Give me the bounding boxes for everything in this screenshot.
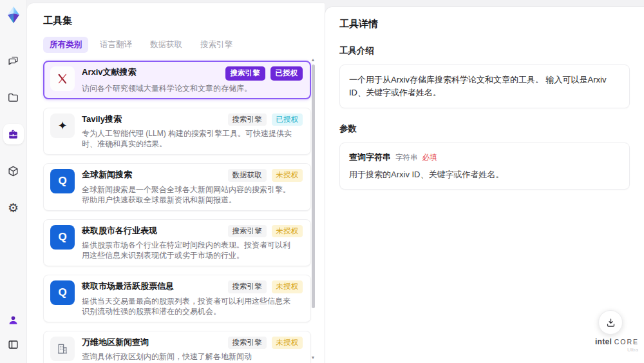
tool-status-badge: 已授权 [270,66,303,81]
tool-description: 提供股票市场各个行业在特定时间段内的表现。投资者可以利用这些信息来识别表现优于或… [82,240,297,260]
tool-status-badge: 未授权 [272,225,303,238]
download-button[interactable] [598,310,623,335]
tool-category-badge: 搜索引擎 [228,280,267,293]
news-logo-icon: Q [50,225,75,250]
building-icon [50,337,75,361]
tool-description: 提供当天交易量最高的股票列表，投资者可以利用这些信息来识别流动性强的股票和潜在的… [82,296,297,317]
intro-text: 一个用于从Arxiv存储库搜索科学论文和文章的工具。 输入可以是Arxiv ID… [349,74,620,99]
scroll-down-arrow-icon[interactable]: ▼ [311,355,316,360]
page-title: 工具集 [43,15,309,27]
gear-icon: ⚙ [8,202,19,214]
panel-toggle-icon [7,338,19,351]
tool-title: Tavily搜索 [82,113,122,124]
param-description: 用于搜索的Arxiv ID、关键字或作者姓名。 [349,169,620,181]
news-logo-icon: Q [50,169,75,193]
app-logo-gem-icon [4,5,23,25]
arxiv-logo-icon [50,66,75,91]
category-tabs: 所有类别语言翻译数据获取搜索引擎 [43,37,309,53]
tool-card[interactable]: Q 全球新闻搜索 数据获取 未授权 全球新闻搜索是一个聚合全球各大新闻网站内容的… [43,163,311,211]
tool-card[interactable]: Arxiv文献搜索 搜索引擎 已授权 访问各个研究领域大量科学论文和文章的存储库… [43,61,311,99]
tool-card[interactable]: Q 获取股市各行业表现 搜索引擎 未授权 提供股票市场各个行业在特定时间段内的表… [43,219,311,267]
intro-box: 一个用于从Arxiv存储库搜索科学论文和文章的工具。 输入可以是Arxiv ID… [339,64,630,108]
tool-description: 专为人工智能代理 (LLM) 构建的搜索引擎工具。可快速提供实时、准确和真实的结… [82,128,297,149]
sidebar-item-account[interactable] [5,311,22,328]
param-type: 字符串 [395,153,418,162]
download-icon [605,317,616,328]
tool-category-badge: 搜索引擎 [228,225,267,238]
category-tab[interactable]: 所有类别 [43,37,88,53]
param-box: 查询字符串 字符串 必填 用于搜索的Arxiv ID、关键字或作者姓名。 [339,142,630,190]
category-tab[interactable]: 搜索引擎 [194,37,239,53]
intro-heading: 工具介绍 [339,45,630,57]
category-tab[interactable]: 数据获取 [144,37,189,53]
news-logo-icon: Q [50,280,75,305]
params-heading: 参数 [339,123,630,135]
param-required-flag: 必填 [422,153,437,162]
sidebar-item-packages[interactable] [3,161,24,181]
tool-title: 万维地区新闻查询 [82,337,149,348]
sidebar-item-chat[interactable] [3,50,24,71]
cube-icon [7,165,19,177]
tool-card[interactable]: ✦ Tavily搜索 搜索引擎 已授权 专为人工智能代理 (LLM) 构建的搜索… [43,108,311,155]
sparkle-icon: ✦ [50,113,75,138]
folder-icon [7,92,19,104]
toolset-panel: 工具集 所有类别语言翻译数据获取搜索引擎 Arxiv文献搜索 搜索引擎 已授权 … [27,3,325,363]
tool-status-badge: 未授权 [272,169,303,182]
sidebar-nav: ⚙ [3,50,24,218]
tool-status-badge: 已授权 [272,113,303,126]
chat-icon [7,55,19,67]
tool-title: 全球新闻搜索 [82,169,132,180]
tool-description: 查询具体行政区划内的新闻，快速了解各地新闻动 [82,351,297,362]
tool-status-badge: 未授权 [272,337,303,349]
sidebar-item-files[interactable] [3,87,24,108]
list-scrollbar[interactable]: ▲ ▼ [310,57,316,360]
tool-card-list: Arxiv文献搜索 搜索引擎 已授权 访问各个研究领域大量科学论文和文章的存储库… [43,61,311,363]
intel-wordmark: intel [595,337,612,346]
category-tab[interactable]: 语言翻译 [93,37,138,53]
param-name: 查询字符串 [349,152,391,163]
tool-title: 获取市场最活跃股票信息 [82,280,174,291]
sidebar-item-settings[interactable]: ⚙ [3,197,24,218]
scrollbar-thumb[interactable] [312,64,315,308]
tool-category-badge: 搜索引擎 [228,337,267,349]
tool-description: 访问各个研究领域大量科学论文和文章的存储库。 [82,83,297,93]
tool-title: 获取股市各行业表现 [82,225,157,236]
tool-card[interactable]: 万维地区新闻查询 搜索引擎 未授权 查询具体行政区划内的新闻，快速了解各地新闻动 [43,331,311,363]
sidebar: ⚙ [0,0,27,363]
sidebar-bottom [5,311,22,353]
scroll-up-arrow-icon[interactable]: ▲ [311,57,316,63]
tool-status-badge: 未授权 [272,280,303,293]
sidebar-item-collapse[interactable] [5,336,22,353]
tool-card[interactable]: Q 获取市场最活跃股票信息 搜索引擎 未授权 提供当天交易量最高的股票列表，投资… [43,275,311,322]
tool-category-badge: 数据获取 [228,169,267,182]
tool-category-badge: 搜索引擎 [225,66,265,81]
sidebar-item-toolset[interactable] [3,124,24,144]
detail-title: 工具详情 [339,18,630,30]
core-wordmark: CORE [614,338,639,346]
briefcase-icon [7,128,19,141]
ultra-wordmark: Ultra [593,347,641,353]
tool-title: Arxiv文献搜索 [82,66,137,77]
tool-description: 全球新闻搜索是一个聚合全球各大新闻网站内容的搜索引擎。帮助用户快速获取全球最新资… [82,184,297,205]
tool-detail-panel: 工具详情 工具介绍 一个用于从Arxiv存储库搜索科学论文和文章的工具。 输入可… [325,6,644,363]
avatar-icon [7,314,19,326]
tool-category-badge: 搜索引擎 [228,113,267,126]
intel-core-logo: intel CORE Ultra [593,337,641,353]
